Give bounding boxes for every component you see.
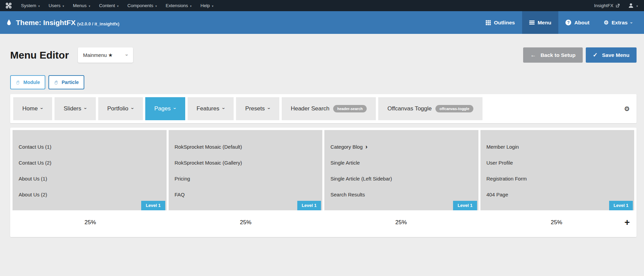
- hand-grab-icon: [54, 80, 59, 85]
- submenu-item-label: Single Article (Left Sidebar): [330, 176, 392, 182]
- particle-badge: offcanvas-toggle: [435, 105, 473, 112]
- menu-settings-gear-icon[interactable]: ⚙: [624, 105, 634, 113]
- back-to-setup-button[interactable]: ← Back to Setup: [523, 47, 582, 63]
- level-badge: Level 1: [609, 201, 633, 210]
- submenu-item[interactable]: Contact Us (2): [19, 155, 167, 171]
- save-menu-button[interactable]: ✓ Save Menu: [586, 47, 637, 63]
- menu-item-header-search[interactable]: Header Search header-search: [282, 97, 376, 120]
- caret-down-icon: ▾: [155, 4, 157, 8]
- submenu-column-1: Contact Us (1) Contact Us (2) About Us (…: [13, 130, 167, 210]
- menu-label: Menu: [538, 20, 551, 26]
- column-width-setting[interactable]: 25%: [168, 210, 323, 235]
- menu-item-home[interactable]: Home ›: [13, 97, 52, 120]
- arrow-left-icon: ←: [530, 52, 536, 59]
- submenu-column-3: Category Blog › Single Article Single Ar…: [324, 130, 478, 210]
- nav-item-label: Help: [200, 3, 210, 8]
- submenu-item[interactable]: RokSprocket Mosaic (Gallery): [175, 155, 323, 171]
- submenu-item-label: Registration Form: [487, 176, 527, 182]
- submenu-item-label: 404 Page: [487, 192, 508, 197]
- add-column-plus-icon[interactable]: +: [624, 218, 630, 227]
- submenu-item[interactable]: 404 Page: [487, 187, 635, 203]
- column-width-setting[interactable]: 25%: [13, 210, 168, 235]
- nav-item-label: Users: [49, 3, 61, 8]
- nav-item-extensions[interactable]: Extensions ▾: [161, 0, 196, 11]
- theme-title: Theme: InsightFX: [16, 19, 76, 26]
- submenu-item[interactable]: Registration Form: [487, 171, 635, 187]
- level-badge: Level 1: [141, 201, 165, 210]
- hand-grab-icon: [16, 80, 21, 85]
- module-label: Module: [23, 80, 40, 85]
- submenu-item[interactable]: User Profile: [487, 155, 635, 171]
- submenu-item-label: Category Blog: [330, 144, 363, 150]
- submenu-item-label: RokSprocket Mosaic (Default): [175, 144, 242, 150]
- save-menu-label: Save Menu: [602, 52, 629, 58]
- caret-down-icon: ▾: [63, 4, 64, 8]
- module-drag-button[interactable]: Module: [10, 75, 45, 89]
- menu-item-pages[interactable]: Pages ›: [145, 97, 185, 120]
- submenu-item-label: Search Results: [330, 192, 365, 197]
- submenu-item[interactable]: Category Blog ›: [330, 139, 478, 155]
- menu-item-label: Features: [197, 105, 219, 112]
- nav-item-users[interactable]: Users ▾: [44, 0, 69, 11]
- menu-items-bar: Home › Sliders › Portfolio › Pages › Fea…: [10, 94, 637, 123]
- nav-item-help[interactable]: Help ▾: [196, 0, 218, 11]
- menu-select-value: Mainmenu ★: [83, 52, 113, 58]
- submenu-item-label: User Profile: [487, 160, 513, 166]
- caret-down-icon: ▾: [212, 4, 214, 8]
- nav-item-label: Extensions: [166, 3, 188, 8]
- submenu-item-label: Member Login: [487, 144, 519, 150]
- menu-item-label: Sliders: [64, 105, 81, 112]
- menu-select[interactable]: Mainmenu ★ ›: [78, 47, 133, 63]
- external-link-icon: [616, 3, 620, 8]
- nav-item-label: System: [21, 3, 36, 8]
- submenu-item[interactable]: Pricing: [175, 171, 323, 187]
- submenu-item[interactable]: FAQ: [175, 187, 323, 203]
- extras-button[interactable]: ⚙ Extras ›: [597, 11, 639, 34]
- nav-item-system[interactable]: System ▾: [17, 0, 44, 11]
- extras-label: Extras: [611, 20, 627, 26]
- submenu-item[interactable]: Search Results: [330, 187, 478, 203]
- caret-down-icon: ▾: [636, 4, 638, 8]
- menu-item-presets[interactable]: Presets ›: [236, 97, 279, 120]
- about-label: About: [574, 20, 589, 26]
- site-preview-link[interactable]: InsightFX: [589, 0, 625, 11]
- submenu-column-4: Member Login User Profile Registration F…: [480, 130, 635, 210]
- column-width-setting[interactable]: 25%: [479, 210, 634, 235]
- column-width-row: 25% 25% 25% 25% +: [13, 210, 634, 235]
- submenu-item[interactable]: Contact Us (1): [19, 139, 167, 155]
- user-menu[interactable]: ▾: [625, 0, 644, 11]
- menu-button[interactable]: Menu: [522, 11, 558, 34]
- outlines-label: Outlines: [494, 20, 515, 26]
- particle-drag-button[interactable]: Particle: [48, 75, 84, 89]
- submenu-item[interactable]: Member Login: [487, 139, 635, 155]
- nav-item-content[interactable]: Content ▾: [94, 0, 123, 11]
- chevron-down-icon: ›: [221, 108, 227, 109]
- menu-item-features[interactable]: Features ›: [188, 97, 234, 120]
- submenu-item[interactable]: About Us (1): [19, 171, 167, 187]
- submenu-item-label: About Us (2): [19, 192, 47, 197]
- outlines-button[interactable]: Outlines: [478, 11, 522, 34]
- nav-item-menus[interactable]: Menus ▾: [68, 0, 94, 11]
- column-width-setting[interactable]: 25%: [323, 210, 479, 235]
- submenu-item-label: RokSprocket Mosaic (Gallery): [175, 160, 242, 166]
- menu-item-portfolio[interactable]: Portfolio ›: [98, 97, 143, 120]
- menu-item-offcanvas-toggle[interactable]: Offcanvas Toggle offcanvas-toggle: [378, 97, 482, 120]
- theme-toolbar: Theme: InsightFX (v2.0.0 / it_insightfx)…: [0, 11, 644, 34]
- submenu-item[interactable]: About Us (2): [19, 187, 167, 203]
- check-icon: ✓: [593, 51, 598, 59]
- submenu-column-2: RokSprocket Mosaic (Default) RokSprocket…: [169, 130, 323, 210]
- page-title: Menu Editor: [10, 49, 69, 61]
- about-button[interactable]: ? About: [558, 11, 597, 34]
- admin-navbar: System ▾ Users ▾ Menus ▾ Content ▾ Compo…: [0, 0, 644, 11]
- menu-item-sliders[interactable]: Sliders ›: [55, 97, 96, 120]
- caret-down-icon: ▾: [117, 4, 119, 8]
- menu-item-label: Pages: [154, 105, 171, 112]
- particle-label: Particle: [62, 80, 79, 85]
- site-name-label: InsightFX: [594, 3, 613, 8]
- user-icon: [628, 3, 634, 8]
- submenu-item[interactable]: Single Article: [330, 155, 478, 171]
- nav-item-components[interactable]: Components ▾: [123, 0, 161, 11]
- submenu-item[interactable]: Single Article (Left Sidebar): [330, 171, 478, 187]
- caret-down-icon: ▾: [38, 4, 40, 8]
- submenu-item[interactable]: RokSprocket Mosaic (Default): [175, 139, 323, 155]
